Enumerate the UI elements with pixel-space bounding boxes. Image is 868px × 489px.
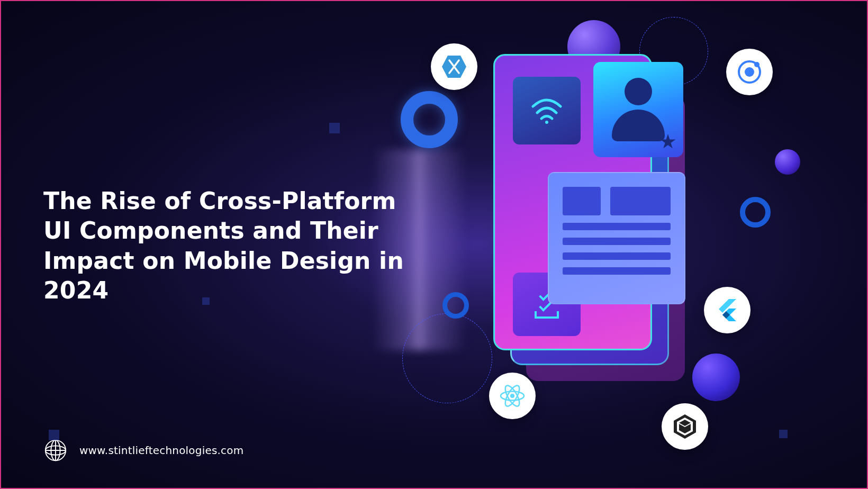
ring-decoration (740, 197, 771, 228)
square-decoration (779, 430, 788, 438)
xamarin-icon (440, 52, 468, 81)
sphere-decoration (692, 354, 740, 401)
square-decoration (49, 430, 59, 440)
device-stack (493, 54, 684, 393)
ionic-badge (726, 49, 773, 95)
xamarin-badge (431, 43, 477, 90)
ring-decoration (401, 91, 458, 148)
globe-icon (43, 438, 68, 463)
device-layer-front (493, 54, 652, 350)
ring-decoration (442, 292, 469, 319)
headline: The Rise of Cross-Platform UI Components… (43, 186, 424, 305)
wifi-tile (513, 77, 581, 144)
svg-point-5 (545, 121, 548, 124)
person-icon (612, 78, 665, 141)
unity-icon (671, 412, 699, 441)
react-icon (498, 382, 527, 410)
wifi-icon (530, 95, 564, 126)
unity-badge (662, 403, 708, 450)
svg-point-8 (745, 67, 754, 77)
svg-point-9 (754, 62, 760, 67)
square-decoration (329, 123, 340, 133)
avatar-tile (593, 62, 683, 157)
download-tray-icon (535, 311, 559, 319)
flutter-badge (704, 287, 751, 333)
flutter-icon (713, 296, 742, 324)
square-decoration (202, 297, 210, 305)
ionic-icon (735, 58, 764, 86)
document-tile (548, 172, 685, 304)
footer: www.stintlieftechnologies.com (43, 438, 243, 463)
illustration (462, 38, 832, 451)
sphere-decoration (775, 149, 800, 175)
svg-point-21 (510, 394, 514, 398)
react-badge (489, 373, 536, 419)
dashed-ring-decoration (402, 313, 492, 403)
footer-url: www.stintlieftechnologies.com (79, 444, 243, 457)
